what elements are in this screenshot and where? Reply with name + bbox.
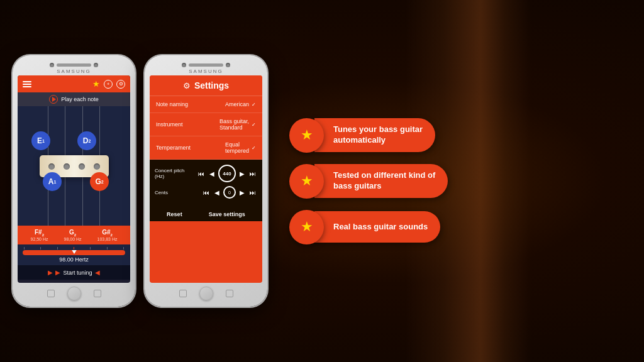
- camera-dot: [50, 63, 54, 67]
- cents-end-btn[interactable]: ⏭: [248, 189, 257, 196]
- feature-text-1: Tunes your bass guitarautomatically: [333, 124, 423, 146]
- tick: [40, 247, 41, 250]
- feature-text-2: Tested on different kind ofbass guitars: [333, 170, 435, 192]
- phone2-screen: ⚙ Settings Note naming American ✓ Instru…: [150, 75, 262, 283]
- phone1-top: [18, 60, 130, 69]
- temperament-label: Temperament: [156, 145, 191, 151]
- play-circle: [49, 95, 58, 104]
- play-note-bar[interactable]: Play each note: [18, 92, 130, 106]
- camera-dot2-p2: [226, 63, 230, 67]
- freq-hz-1: 92,50 Hz: [31, 237, 48, 241]
- pitch-end-btn[interactable]: ⏭: [248, 170, 257, 177]
- gear-icon: ⚙: [183, 81, 191, 90]
- note-A1: A1: [43, 172, 62, 191]
- speaker-bar: [57, 63, 91, 67]
- speaker-bar-p2: [189, 63, 223, 67]
- meter-indicator: [71, 250, 77, 254]
- hamburger-menu[interactable]: [23, 81, 31, 87]
- freq-note-1: F#2: [31, 229, 48, 237]
- temperament-text: Equaltempered: [225, 141, 249, 154]
- peg-2: [64, 163, 70, 170]
- tick-marks: [23, 247, 125, 250]
- plus-icon[interactable]: +: [104, 80, 113, 89]
- settings-row-instrument[interactable]: Instrument Bass guitar,Standard ✓: [150, 113, 262, 136]
- freq-note-2: G2: [64, 229, 82, 237]
- play-triangle-icon: [52, 97, 56, 102]
- back-btn[interactable]: [47, 290, 55, 297]
- pitch-label: Concert pitch (Hz): [155, 168, 186, 179]
- phone2-brand: SAMSUNG: [150, 69, 262, 74]
- home-btn-p2[interactable]: [199, 287, 213, 300]
- main-content: SAMSUNG ★ + ⚙: [0, 0, 644, 362]
- tick: [24, 247, 25, 250]
- reset-button[interactable]: Reset: [167, 211, 182, 217]
- pitch-up-btn[interactable]: ▶: [238, 170, 247, 177]
- feature-item-2: ★ Tested on different kind ofbass guitar…: [289, 164, 631, 199]
- settings-row-temperament[interactable]: Temperament Equaltempered ✓: [150, 136, 262, 160]
- header-icons: ★ + ⚙: [92, 79, 125, 89]
- cents-start-btn[interactable]: ⏮: [202, 189, 211, 196]
- home-btn[interactable]: [67, 287, 81, 300]
- star-icon[interactable]: ★: [92, 79, 100, 89]
- tick: [57, 247, 58, 250]
- tuner-meter: 98.00 Hertz: [18, 244, 130, 265]
- chevron-icon-3: ✓: [252, 145, 256, 151]
- recent-btn-p2[interactable]: [226, 290, 233, 297]
- freq-display: F#2 92,50 Hz G2 98,00 Hz G#2 103,83 Hz: [18, 226, 130, 244]
- note-E1: E1: [31, 131, 50, 150]
- phone1-screen: ★ + ⚙ Play each note: [18, 75, 130, 283]
- tick: [123, 247, 124, 250]
- settings-row-note-naming[interactable]: Note naming American ✓: [150, 96, 262, 113]
- instrument-value: Bass guitar,Standard ✓: [219, 118, 256, 131]
- phone2-frame: SAMSUNG ⚙ Settings Note naming American …: [145, 55, 267, 307]
- cents-down-btn[interactable]: ◀: [213, 189, 221, 196]
- phone1: SAMSUNG ★ + ⚙: [13, 55, 135, 307]
- tick-center: [74, 247, 74, 250]
- feature-text-bg-3: Real bass guitar sounds: [314, 211, 440, 243]
- note-naming-text: American: [225, 101, 249, 107]
- pitch-start-btn[interactable]: ⏮: [197, 170, 206, 177]
- feature-item-3: ★ Real bass guitar sounds: [289, 210, 631, 244]
- skip-icon: ◀: [95, 269, 100, 276]
- peg-1: [48, 163, 55, 170]
- start-tuning-label: Start tuning: [63, 270, 92, 276]
- phone1-bottom: [18, 283, 130, 303]
- phone2-bottom: [150, 283, 262, 303]
- pitch-down-btn[interactable]: ◀: [208, 170, 216, 177]
- cents-up-btn[interactable]: ▶: [238, 189, 247, 196]
- peg-3: [79, 163, 85, 170]
- cents-value: 0: [223, 186, 236, 199]
- freq-item-3: G#2 103,83 Hz: [97, 229, 118, 241]
- tuner-area: E1 D2 A1 G2: [18, 106, 130, 226]
- freq-note-3: G#2: [97, 229, 118, 237]
- camera-dot-p2: [182, 63, 186, 67]
- tick: [90, 247, 91, 250]
- phone2: SAMSUNG ⚙ Settings Note naming American …: [145, 55, 267, 307]
- feature-star-2: ★: [289, 164, 324, 199]
- back-btn-p2[interactable]: [179, 290, 187, 297]
- meter-bar: [23, 250, 125, 255]
- save-settings-button[interactable]: Save settings: [209, 211, 245, 217]
- cents-label: Cents: [155, 190, 186, 195]
- cents-control: ⏮ ◀ 0 ▶ ⏭: [202, 186, 257, 199]
- note-naming-value: American ✓: [225, 101, 256, 107]
- note-naming-label: Note naming: [156, 101, 188, 107]
- feature-text-bg-1: Tunes your bass guitarautomatically: [314, 118, 435, 152]
- features-panel: ★ Tunes your bass guitarautomatically ★ …: [277, 118, 631, 244]
- start-tuning-bar[interactable]: ▶ ▶ Start tuning ◀: [18, 265, 130, 280]
- phone1-frame: SAMSUNG ★ + ⚙: [13, 55, 135, 307]
- pitch-section: Concert pitch (Hz) ⏮ ◀ 440 ▶ ⏭ Cents ⏮: [150, 160, 262, 207]
- camera-dot2: [94, 63, 98, 67]
- freq-item-2: G2 98,00 Hz: [64, 229, 82, 241]
- phone1-brand: SAMSUNG: [18, 69, 130, 74]
- play-note-label: Play each note: [61, 96, 99, 102]
- freq-item-1: F#2 92,50 Hz: [31, 229, 48, 241]
- note-D2: D2: [77, 131, 96, 150]
- hertz-value: 98.00 Hertz: [23, 256, 125, 263]
- chevron-icon-2: ✓: [252, 122, 256, 128]
- feature-text-bg-2: Tested on different kind ofbass guitars: [314, 164, 448, 198]
- settings-title: Settings: [194, 80, 229, 90]
- settings-icon[interactable]: ⚙: [116, 80, 125, 89]
- recent-btn[interactable]: [94, 290, 101, 297]
- feature-star-3: ★: [289, 210, 324, 244]
